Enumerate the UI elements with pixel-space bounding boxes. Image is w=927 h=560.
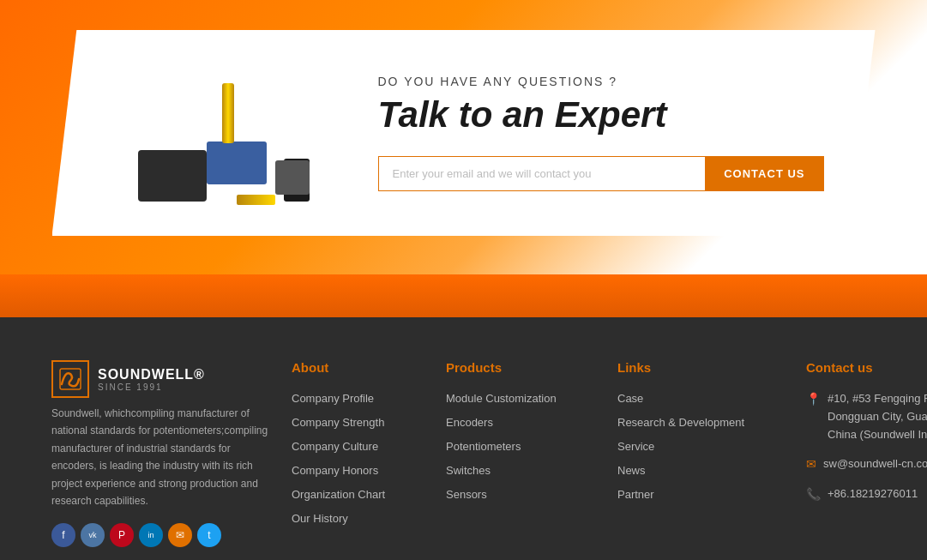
list-item: Organization Chart — [292, 486, 429, 502]
case-link[interactable]: Case — [617, 392, 643, 405]
list-item: Service — [617, 438, 789, 454]
list-item: Encoders — [446, 414, 600, 430]
social-icons: f vk P in ✉ t — [51, 523, 274, 547]
brand-icon — [51, 360, 89, 398]
module-customization-link[interactable]: Module Customization — [446, 392, 557, 405]
hero-question: DO YOU HAVE ANY QUESTIONS ? — [378, 75, 824, 88]
email-item: ✉ sw@soundwell-cn.com — [806, 455, 927, 473]
links-list: Case Research & Development Service News… — [617, 390, 789, 502]
address-item: 📍 #10, #53 Fengqing Road, Tangxia Town, … — [806, 390, 927, 443]
organization-chart-link[interactable]: Organization Chart — [292, 488, 385, 501]
contact-heading: Contact us — [806, 360, 927, 375]
research-development-link[interactable]: Research & Development — [617, 416, 744, 429]
links-column: Links Case Research & Development Servic… — [617, 360, 789, 547]
footer: SOUNDWELL® SINCE 1991 Soundwell, whichco… — [0, 317, 927, 560]
product-image-area — [121, 56, 344, 210]
links-heading: Links — [617, 360, 789, 375]
list-item: Company Profile — [292, 390, 429, 406]
envelope-icon: ✉ — [806, 457, 816, 471]
phone-text: +86.18219276011 — [828, 485, 918, 503]
company-honors-link[interactable]: Company Honors — [292, 464, 378, 477]
potentiometers-link[interactable]: Potentiometers — [446, 440, 521, 453]
about-links: Company Profile Company Strength Company… — [292, 390, 429, 526]
list-item: Switches — [446, 462, 600, 478]
list-item: Case — [617, 390, 789, 406]
list-item: Company Culture — [292, 438, 429, 454]
list-item: Company Honors — [292, 462, 429, 478]
list-item: Partner — [617, 486, 789, 502]
sensors-link[interactable]: Sensors — [446, 488, 487, 501]
brand-column: SOUNDWELL® SINCE 1991 Soundwell, whichco… — [51, 360, 274, 547]
section-divider — [0, 274, 927, 317]
email-text: sw@soundwell-cn.com — [823, 455, 927, 473]
products-links: Module Customization Encoders Potentiome… — [446, 390, 600, 502]
product-flat-gold — [237, 195, 275, 205]
switches-link[interactable]: Switches — [446, 464, 491, 477]
product-base-blue — [207, 142, 267, 184]
phone-item: 📞 +86.18219276011 — [806, 485, 927, 503]
linkedin-icon[interactable]: in — [139, 523, 163, 547]
list-item: Company Strength — [292, 414, 429, 430]
address-text: #10, #53 Fengqing Road, Tangxia Town, Do… — [828, 390, 927, 443]
list-item: Module Customization — [446, 390, 600, 406]
brand-name: SOUNDWELL® — [98, 367, 205, 382]
product-group — [129, 56, 335, 210]
brand-description: Soundwell, whichcompiling manufacturer o… — [51, 405, 274, 509]
pinterest-icon[interactable]: P — [110, 523, 134, 547]
hero-content: DO YOU HAVE ANY QUESTIONS ? Talk to an E… — [378, 75, 824, 190]
service-link[interactable]: Service — [617, 440, 654, 453]
product-base-dark — [138, 150, 207, 202]
products-column: Products Module Customization Encoders P… — [446, 360, 600, 547]
company-strength-link[interactable]: Company Strength — [292, 416, 384, 429]
contact-column: Contact us 📍 #10, #53 Fengqing Road, Tan… — [806, 360, 927, 547]
product-knob-gold — [222, 83, 234, 143]
product-square-gray — [275, 160, 310, 195]
brand-since: SINCE 1991 — [98, 382, 205, 392]
email-icon[interactable]: ✉ — [168, 523, 192, 547]
news-link[interactable]: News — [617, 464, 646, 477]
location-icon: 📍 — [806, 392, 821, 406]
twitter-icon[interactable]: t — [197, 523, 221, 547]
hero-form: CONTACT US — [378, 156, 824, 191]
brand-name-block: SOUNDWELL® SINCE 1991 — [98, 367, 205, 392]
list-item: Research & Development — [617, 414, 789, 430]
our-history-link[interactable]: Our History — [292, 512, 348, 525]
footer-grid: SOUNDWELL® SINCE 1991 Soundwell, whichco… — [51, 360, 876, 547]
list-item: News — [617, 462, 789, 478]
encoders-link[interactable]: Encoders — [446, 416, 493, 429]
company-culture-link[interactable]: Company Culture — [292, 440, 378, 453]
partner-link[interactable]: Partner — [617, 488, 654, 501]
facebook-icon[interactable]: f — [51, 523, 75, 547]
brand-logo: SOUNDWELL® SINCE 1991 — [51, 360, 274, 398]
email-input[interactable] — [378, 156, 706, 191]
list-item: Our History — [292, 510, 429, 526]
hero-section: DO YOU HAVE ANY QUESTIONS ? Talk to an E… — [0, 0, 927, 274]
about-column: About Company Profile Company Strength C… — [292, 360, 429, 547]
hero-title: Talk to an Expert — [378, 95, 824, 135]
products-heading: Products — [446, 360, 600, 375]
company-profile-link[interactable]: Company Profile — [292, 392, 374, 405]
contact-us-button[interactable]: CONTACT US — [705, 156, 823, 191]
about-heading: About — [292, 360, 429, 375]
list-item: Sensors — [446, 486, 600, 502]
phone-icon: 📞 — [806, 487, 821, 501]
list-item: Potentiometers — [446, 438, 600, 454]
vk-icon[interactable]: vk — [81, 523, 105, 547]
